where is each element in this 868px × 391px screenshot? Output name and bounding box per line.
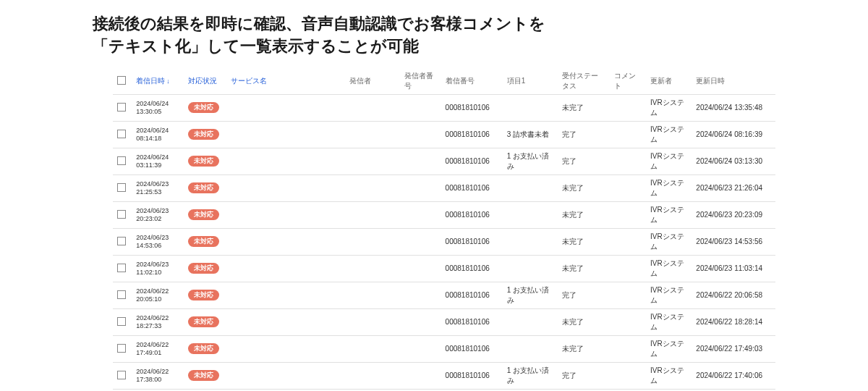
cell-updater: IVRシステム xyxy=(646,94,692,121)
cell-update-dt: 2024/06/23 14:53:56 xyxy=(692,228,775,255)
title-line-1: 接続後の結果を即時に確認、音声自動認識でお客様コメントを xyxy=(93,14,545,33)
col-recv-tel[interactable]: 着信番号 xyxy=(441,68,503,95)
cell-recv-tel: 00081810106 xyxy=(441,228,503,255)
cell-response-status: 未対応 xyxy=(184,335,226,362)
col-item1[interactable]: 項目1 xyxy=(503,68,558,95)
checkbox-icon[interactable] xyxy=(117,156,126,165)
cell-item1 xyxy=(503,94,558,121)
col-recv-status[interactable]: 受付ステータス xyxy=(558,68,610,95)
cell-item1: 1 お支払い済み xyxy=(503,148,558,175)
cell-update-dt: 2024/06/22 18:28:14 xyxy=(692,308,775,335)
status-badge: 未対応 xyxy=(188,156,219,167)
cell-comment xyxy=(610,121,646,148)
col-update-dt[interactable]: 更新日時 xyxy=(692,68,775,95)
cell-comment xyxy=(610,362,646,389)
cell-response-status: 未対応 xyxy=(184,148,226,175)
table-row[interactable]: 2024/06/2217:49:01未対応00081810106未完了IVRシス… xyxy=(113,335,775,362)
col-service-name[interactable]: サービス名 xyxy=(226,68,345,95)
checkbox-icon[interactable] xyxy=(117,210,126,219)
col-updater[interactable]: 更新者 xyxy=(646,68,692,95)
cell-recv-status: 完了 xyxy=(558,121,610,148)
cell-sender-tel xyxy=(400,175,441,201)
cell-recv-tel: 00081810106 xyxy=(441,335,503,362)
checkbox-icon[interactable] xyxy=(117,290,126,299)
cell-recv-tel: 00081810106 xyxy=(441,148,503,175)
row-checkbox-cell[interactable] xyxy=(113,228,132,255)
cell-sender-tel xyxy=(400,228,441,255)
cell-update-dt: 2024/06/22 20:06:58 xyxy=(692,282,775,308)
status-badge: 未対応 xyxy=(188,102,219,113)
cell-recv-datetime: 2024/06/2218:27:33 xyxy=(132,308,184,335)
cell-comment xyxy=(610,228,646,255)
table-row[interactable]: 2024/06/2408:14:18未対応000818101063 請求書未着完… xyxy=(113,121,775,148)
cell-service-name xyxy=(226,282,345,308)
row-checkbox-cell[interactable] xyxy=(113,175,132,201)
col-recv-datetime[interactable]: 着信日時↓ xyxy=(132,68,184,95)
cell-item1 xyxy=(503,201,558,228)
cell-update-dt: 2024/06/23 11:03:14 xyxy=(692,255,775,282)
cell-sender-tel xyxy=(400,255,441,282)
checkbox-icon[interactable] xyxy=(117,344,126,353)
row-checkbox-cell[interactable] xyxy=(113,308,132,335)
table-row[interactable]: 2024/06/2314:53:06未対応00081810106未完了IVRシス… xyxy=(113,228,775,255)
checkbox-icon[interactable] xyxy=(117,371,126,379)
cell-recv-tel: 00081810106 xyxy=(441,121,503,148)
status-badge: 未対応 xyxy=(188,290,219,300)
cell-update-dt: 2024/06/24 13:35:48 xyxy=(692,94,775,121)
col-comment[interactable]: コメント xyxy=(610,68,646,95)
cell-sender xyxy=(345,362,400,389)
cell-item1 xyxy=(503,308,558,335)
row-checkbox-cell[interactable] xyxy=(113,362,132,389)
col-select-all[interactable] xyxy=(113,68,132,95)
cell-updater: IVRシステム xyxy=(646,175,692,201)
checkbox-icon[interactable] xyxy=(117,130,126,138)
col-response-status[interactable]: 対応状況 xyxy=(184,68,226,95)
cell-comment xyxy=(610,282,646,308)
table-row[interactable]: 2024/06/2320:23:02未対応00081810106未完了IVRシス… xyxy=(113,201,775,228)
cell-sender xyxy=(345,308,400,335)
cell-updater: IVRシステム xyxy=(646,148,692,175)
cell-updater: IVRシステム xyxy=(646,201,692,228)
cell-sender xyxy=(345,148,400,175)
cell-response-status: 未対応 xyxy=(184,121,226,148)
row-checkbox-cell[interactable] xyxy=(113,282,132,308)
checkbox-icon[interactable] xyxy=(117,237,126,245)
table-row[interactable]: 2024/06/2321:25:53未対応00081810106未完了IVRシス… xyxy=(113,175,775,201)
checkbox-icon[interactable] xyxy=(117,317,126,326)
cell-recv-datetime: 2024/06/2403:11:39 xyxy=(132,148,184,175)
cell-service-name xyxy=(226,308,345,335)
table-row[interactable]: 2024/06/2403:11:39未対応000818101061 お支払い済み… xyxy=(113,148,775,175)
table-row[interactable]: 2024/06/2311:02:10未対応00081810106未完了IVRシス… xyxy=(113,255,775,282)
checkbox-icon[interactable] xyxy=(117,103,126,112)
row-checkbox-cell[interactable] xyxy=(113,121,132,148)
cell-response-status: 未対応 xyxy=(184,94,226,121)
col-sender[interactable]: 発信者 xyxy=(345,68,400,95)
cell-sender xyxy=(345,282,400,308)
cell-service-name xyxy=(226,228,345,255)
row-checkbox-cell[interactable] xyxy=(113,335,132,362)
checkbox-icon[interactable] xyxy=(117,76,126,85)
table-row[interactable]: 2024/06/2217:38:00未対応000818101061 お支払い済み… xyxy=(113,362,775,389)
cell-update-dt: 2024/06/22 17:40:06 xyxy=(692,362,775,389)
cell-recv-datetime: 2024/06/2320:23:02 xyxy=(132,201,184,228)
cell-recv-tel: 00081810106 xyxy=(441,201,503,228)
checkbox-icon[interactable] xyxy=(117,183,126,192)
row-checkbox-cell[interactable] xyxy=(113,201,132,228)
cell-recv-datetime: 2024/06/2217:38:00 xyxy=(132,362,184,389)
row-checkbox-cell[interactable] xyxy=(113,148,132,175)
cell-sender-tel xyxy=(400,148,441,175)
cell-response-status: 未対応 xyxy=(184,228,226,255)
row-checkbox-cell[interactable] xyxy=(113,94,132,121)
checkbox-icon[interactable] xyxy=(117,264,126,272)
table-row[interactable]: 2024/06/2220:05:10未対応000818101061 お支払い済み… xyxy=(113,282,775,308)
cell-service-name xyxy=(226,201,345,228)
cell-recv-status: 未完了 xyxy=(558,255,610,282)
table-row[interactable]: 2024/06/2218:27:33未対応00081810106未完了IVRシス… xyxy=(113,308,775,335)
row-checkbox-cell[interactable] xyxy=(113,255,132,282)
status-badge: 未対応 xyxy=(188,316,219,327)
cell-comment xyxy=(610,335,646,362)
cell-recv-tel: 00081810106 xyxy=(441,175,503,201)
col-sender-tel[interactable]: 発信者番号 xyxy=(400,68,441,95)
cell-recv-datetime: 2024/06/2220:05:10 xyxy=(132,282,184,308)
table-row[interactable]: 2024/06/2413:30:05未対応00081810106未完了IVRシス… xyxy=(113,94,775,121)
